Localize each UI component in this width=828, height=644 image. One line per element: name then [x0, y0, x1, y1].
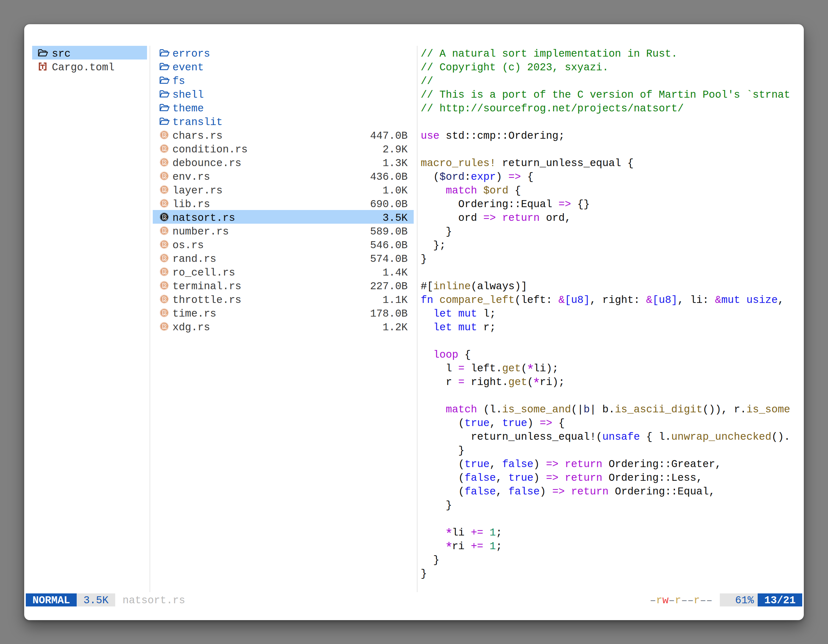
svg-text:R: R — [163, 186, 166, 193]
svg-text:R: R — [163, 173, 166, 179]
svg-text:R: R — [163, 132, 166, 138]
svg-text:R: R — [163, 241, 166, 248]
svg-text:R: R — [163, 282, 166, 288]
svg-text:R: R — [163, 159, 166, 166]
svg-text:R: R — [163, 296, 166, 302]
svg-text:R: R — [163, 200, 166, 207]
svg-text:R: R — [163, 268, 166, 275]
svg-text:R: R — [163, 255, 166, 261]
svg-text:R: R — [163, 227, 166, 234]
svg-text:R: R — [163, 214, 166, 220]
svg-text:R: R — [163, 323, 166, 330]
svg-text:R: R — [163, 310, 166, 316]
svg-text:R: R — [163, 146, 166, 152]
